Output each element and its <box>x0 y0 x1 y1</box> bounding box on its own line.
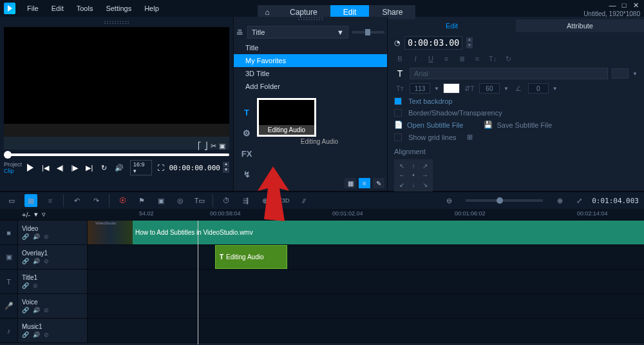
loop-button[interactable]: ↻ <box>98 161 110 174</box>
chapter-icon[interactable]: ▾ <box>34 210 38 219</box>
menu-file[interactable]: File <box>22 3 44 14</box>
playhead[interactable] <box>198 221 198 344</box>
go-end-button[interactable]: ▶| <box>83 161 95 174</box>
menu-edit[interactable]: Edit <box>46 3 69 14</box>
panel-drag-handle-icon[interactable] <box>104 21 129 25</box>
rotate-field[interactable]: 0 <box>528 83 549 94</box>
subtitle-tool-icon[interactable]: T▭ <box>193 194 206 207</box>
align-bl[interactable]: ↙ <box>397 181 407 189</box>
mute-icon[interactable]: 🔊 <box>33 331 40 338</box>
video-clip[interactable]: VideoStudio How to Add Subtitles in Vide… <box>88 221 644 244</box>
split-tool-icon[interactable]: ⫽ <box>297 194 310 207</box>
overlay-clip[interactable]: T Editing Audio <box>215 245 287 269</box>
snapshot-icon[interactable]: ▣ <box>219 142 225 150</box>
alignment-grid[interactable]: ↖↑↗ ←•→ ↙↓↘ <box>394 159 433 192</box>
chevron-down-icon[interactable]: ▼ <box>504 86 509 92</box>
disable-icon[interactable]: ⊘ <box>44 307 49 313</box>
align-center-button[interactable]: ≣ <box>456 54 468 64</box>
prev-frame-button[interactable]: ◀| <box>54 161 66 174</box>
gridlines-checkbox[interactable] <box>394 133 402 141</box>
font-color-swatch[interactable] <box>612 68 629 79</box>
rotate-button[interactable]: ↻ <box>502 54 514 64</box>
link-icon[interactable]: 🔗 <box>22 233 29 240</box>
text-backdrop-link[interactable]: Text backdrop <box>408 97 452 105</box>
duration-field[interactable] <box>404 36 462 50</box>
disable-icon[interactable]: ⊘ <box>33 282 38 289</box>
tc-down[interactable]: ▼ <box>223 168 229 173</box>
options-tab-edit[interactable]: Edit <box>388 19 516 32</box>
link-icon[interactable]: 🔗 <box>22 282 29 289</box>
align-right-button[interactable]: ≡ <box>471 54 483 64</box>
zoom-slider[interactable] <box>466 199 543 202</box>
menu-settings[interactable]: Settings <box>100 3 137 14</box>
disable-icon[interactable]: ⊘ <box>44 233 49 240</box>
link-icon[interactable]: 🔗 <box>22 331 29 338</box>
disable-icon[interactable]: ⊘ <box>44 258 49 264</box>
tracking-tool-icon[interactable]: ◎ <box>174 194 187 207</box>
align-bc[interactable]: ↓ <box>408 181 419 189</box>
play-button[interactable] <box>24 161 37 174</box>
d-tool-icon[interactable]: ▣ <box>155 194 167 207</box>
leading-field[interactable]: 60 <box>479 83 500 94</box>
motion-tool-icon[interactable]: ⇶ <box>239 194 252 207</box>
chevron-down-icon[interactable]: ▼ <box>434 86 439 92</box>
aspect-ratio-selector[interactable]: 16:9 ▾ <box>130 160 152 175</box>
open-subtitle-link[interactable]: Open Subtitle File <box>407 121 463 129</box>
zoom-out-button[interactable]: ⊖ <box>442 194 455 207</box>
scrub-thumb[interactable] <box>4 151 12 159</box>
lib-item-title[interactable]: Title <box>234 41 387 54</box>
align-tl[interactable]: ↖ <box>397 162 407 170</box>
vertical-text-button[interactable]: T↓ <box>487 54 498 64</box>
open-file-icon[interactable]: 📄 <box>394 121 403 129</box>
lib-view-icon[interactable]: ▦ <box>345 178 356 188</box>
cue-icon[interactable]: ▿ <box>42 210 46 219</box>
mode-clip-label[interactable]: Clip <box>4 168 22 174</box>
menu-help[interactable]: Help <box>139 3 164 14</box>
underline-button[interactable]: U <box>425 54 437 64</box>
italic-button[interactable]: I <box>410 54 421 64</box>
go-start-button[interactable]: |◀ <box>39 161 52 174</box>
lib-item-favorites[interactable]: My Favorites <box>234 54 387 67</box>
align-left-button[interactable]: ≡ <box>440 54 452 64</box>
mixer-view-icon[interactable]: ≡ <box>44 194 57 207</box>
storyboard-view-icon[interactable]: ▭ <box>5 194 18 207</box>
align-mc[interactable]: • <box>408 172 419 180</box>
align-tr[interactable]: ↗ <box>420 162 430 170</box>
save-file-icon[interactable]: 💾 <box>484 121 493 129</box>
rate-tool-icon[interactable]: ⏱ <box>220 194 232 207</box>
preview-screen[interactable] <box>4 27 229 150</box>
undo-button[interactable]: ↶ <box>70 194 83 207</box>
mark-in-icon[interactable]: ⎡ <box>198 142 202 150</box>
pan-tool-icon[interactable]: ⊕ <box>258 194 271 207</box>
maximize-button[interactable]: □ <box>620 1 629 10</box>
timeline-view-icon[interactable]: ▦ <box>24 194 37 207</box>
print-icon[interactable]: 🖶 <box>236 28 243 36</box>
mode-project-label[interactable]: Project <box>4 161 22 168</box>
chevron-down-icon[interactable]: ▼ <box>632 71 638 77</box>
overlay-track-icon[interactable]: ▣ <box>0 245 18 269</box>
fit-button[interactable]: ⤢ <box>573 194 585 207</box>
lib-item-3d-title[interactable]: 3D Title <box>234 67 387 80</box>
save-subtitle-link[interactable]: Save Subtitle File <box>497 121 552 129</box>
add-marker-icon[interactable]: +/- <box>22 211 30 219</box>
options-tab-attribute[interactable]: Attribute <box>516 19 644 32</box>
link-icon[interactable]: 🔗 <box>22 258 29 264</box>
lib-sort-icon[interactable]: ≡ <box>359 178 370 188</box>
thumb-size-slider[interactable] <box>352 31 384 34</box>
next-frame-button[interactable]: |▶ <box>69 161 81 174</box>
font-size-field[interactable]: 113 <box>410 83 430 94</box>
redo-button[interactable]: ↷ <box>90 194 102 207</box>
align-mr[interactable]: → <box>420 172 430 180</box>
align-tc[interactable]: ↑ <box>408 162 419 170</box>
align-ml[interactable]: ← <box>397 172 407 180</box>
border-shadow-link[interactable]: Border/Shadow/Transparency <box>408 109 502 117</box>
link-icon[interactable]: 🔗 <box>22 307 29 313</box>
menu-tools[interactable]: Tools <box>71 3 99 14</box>
volume-button[interactable]: 🔊 <box>113 161 125 174</box>
minimize-button[interactable]: — <box>608 1 617 10</box>
mute-icon[interactable]: 🔊 <box>33 233 40 240</box>
grid-settings-icon[interactable]: ⊞ <box>467 133 473 141</box>
library-category-dropdown[interactable]: Title▼ <box>247 26 348 39</box>
scrub-track[interactable] <box>4 153 229 156</box>
align-br[interactable]: ↘ <box>420 181 430 189</box>
